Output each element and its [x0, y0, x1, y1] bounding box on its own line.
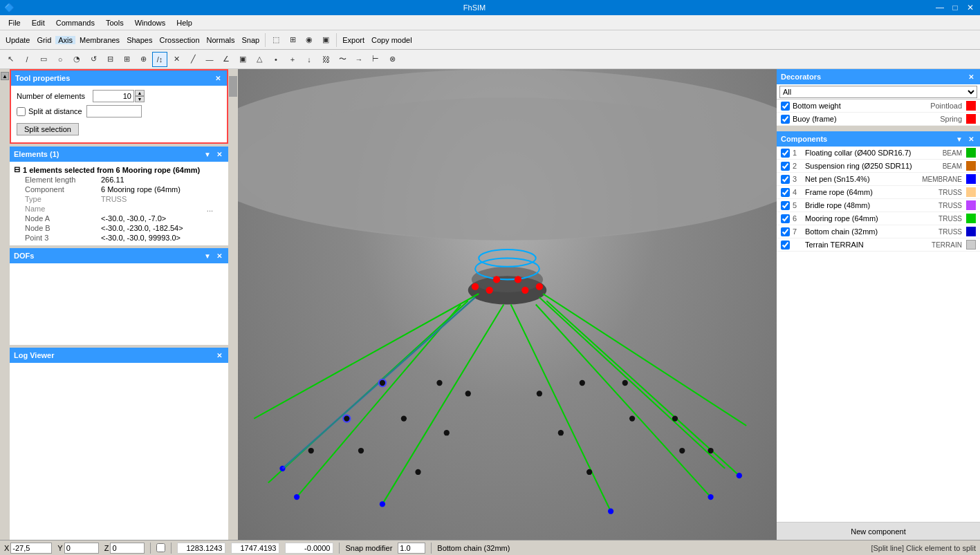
comp-check-0[interactable] — [781, 149, 790, 158]
comp-name-6: Bottom chain (32mm) — [805, 227, 939, 236]
spin-down[interactable]: ▼ — [135, 96, 145, 102]
snap-modifier-input[interactable] — [398, 543, 425, 554]
menu-help[interactable]: Help — [171, 17, 198, 28]
dofs-panel: DOFs ▼ ✕ — [10, 248, 228, 345]
menu-commands[interactable]: Commands — [50, 17, 100, 28]
tool-chain[interactable]: ⛓ — [318, 52, 333, 67]
spin-up[interactable]: ▲ — [135, 90, 145, 96]
tool-move[interactable]: ⊞ — [119, 52, 134, 67]
comp-check-2[interactable] — [781, 175, 790, 184]
num-elements-input[interactable] — [93, 90, 134, 102]
tab-grid[interactable]: Grid — [34, 36, 54, 44]
scroll-up-arrow[interactable]: ▲ — [1, 72, 9, 80]
log-content[interactable] — [10, 363, 228, 418]
scrollbar-thumb[interactable] — [229, 76, 237, 97]
table-row: Component 6 Mooring rope (64mm) — [14, 185, 224, 194]
decorators-filter-dropdown[interactable]: All — [779, 86, 977, 98]
tool-circle[interactable]: ○ — [53, 52, 68, 67]
tab-axis[interactable]: Axis — [55, 36, 75, 44]
status-bar: X Y Z 1283.1243 1747.4193 -0.0000 Snap m… — [0, 540, 980, 555]
split-at-distance-checkbox[interactable] — [17, 107, 26, 116]
elements-close-btn[interactable]: ✕ — [214, 151, 224, 158]
status-checkbox[interactable] — [156, 543, 165, 552]
tab-crossection[interactable]: Crossection — [156, 36, 202, 44]
z-field: Z — [104, 543, 145, 554]
x-input[interactable] — [10, 543, 52, 554]
tab-update[interactable]: Update — [3, 36, 33, 44]
viewport[interactable] — [238, 69, 777, 540]
tool-special[interactable]: ⊗ — [385, 52, 400, 67]
tab-copy-model[interactable]: Copy model — [369, 36, 415, 44]
comp-check-6[interactable] — [781, 227, 790, 236]
tool-tri[interactable]: △ — [252, 52, 267, 67]
z-input[interactable] — [110, 543, 145, 554]
tool-x[interactable]: ✕ — [169, 52, 184, 67]
tool-rotate[interactable]: ↺ — [86, 52, 101, 67]
name-edit-btn[interactable]: ... — [207, 205, 213, 213]
toolbar-btn-1[interactable]: ⬚ — [268, 32, 284, 48]
tool-node[interactable]: • — [268, 52, 284, 67]
3d-view[interactable] — [238, 69, 777, 540]
tool-rect[interactable]: ▭ — [36, 52, 51, 67]
components-header: Components ▼ ✕ — [777, 131, 980, 147]
comp-check-3[interactable] — [781, 188, 790, 197]
tool-measure[interactable]: ⊢ — [368, 52, 383, 67]
tab-shapes[interactable]: Shapes — [124, 36, 155, 44]
svg-point-21 — [737, 473, 742, 478]
tab-snap[interactable]: Snap — [239, 36, 262, 44]
element-group-toggle[interactable]: ⊟ — [14, 165, 20, 174]
tool-box[interactable]: ▣ — [235, 52, 250, 67]
toolbar-btn-4[interactable]: ▣ — [318, 32, 333, 48]
tool-dash[interactable]: — — [202, 52, 217, 67]
decorator-checkbox-0[interactable] — [781, 102, 790, 111]
row-val-4: <-30.0, -30.0, -7.0> — [101, 214, 213, 223]
comp-num-0: 1 — [793, 149, 805, 157]
left-panel-scrollbar[interactable] — [228, 69, 238, 540]
dofs-collapse-btn[interactable]: ▼ — [203, 252, 212, 260]
tab-normals[interactable]: Normals — [204, 36, 238, 44]
new-component-button[interactable]: New component — [777, 522, 980, 540]
toolbar-btn-3[interactable]: ◉ — [302, 32, 317, 48]
tool-plus[interactable]: + — [285, 52, 300, 67]
panel-close-btn[interactable]: ✕ — [213, 75, 223, 82]
tool-connect[interactable]: ⊕ — [136, 52, 151, 67]
comp-check-terrain[interactable] — [781, 241, 790, 250]
comp-check-1[interactable] — [781, 162, 790, 171]
toolbar-btn-2[interactable]: ⊞ — [285, 32, 300, 48]
decorators-close-btn[interactable]: ✕ — [966, 73, 976, 81]
tab-export[interactable]: Export — [340, 36, 367, 44]
close-button[interactable]: ✕ — [965, 3, 976, 12]
split-distance-input[interactable] — [86, 105, 142, 117]
elements-collapse-btn[interactable]: ▼ — [203, 151, 212, 158]
tool-pen[interactable]: / — [19, 52, 35, 67]
tab-membranes[interactable]: Membranes — [77, 36, 122, 44]
comp-check-5[interactable] — [781, 214, 790, 223]
tool-arrow[interactable]: → — [351, 52, 367, 67]
maximize-button[interactable]: □ — [950, 3, 961, 12]
tool-select[interactable]: ↖ — [3, 52, 18, 67]
table-row: Node A <-30.0, -30.0, -7.0> — [14, 214, 224, 223]
log-close-btn[interactable]: ✕ — [214, 352, 224, 359]
tool-split[interactable]: /↕ — [152, 52, 167, 67]
decorator-checkbox-1[interactable] — [781, 115, 790, 124]
menu-tools[interactable]: Tools — [100, 17, 129, 28]
y-input[interactable] — [64, 543, 99, 554]
tool-angle[interactable]: ∠ — [219, 52, 234, 67]
tool-grid-snap[interactable]: ⊟ — [102, 52, 118, 67]
tool-wave[interactable]: 〜 — [335, 52, 350, 67]
minimize-button[interactable]: — — [934, 3, 945, 12]
split-selection-button[interactable]: Split selection — [17, 123, 79, 135]
menu-file[interactable]: File — [3, 17, 26, 28]
menu-windows[interactable]: Windows — [129, 17, 172, 28]
elements-header: Elements (1) ▼ ✕ — [10, 147, 228, 162]
components-close-btn[interactable]: ✕ — [966, 135, 976, 143]
tool-slash[interactable]: ╱ — [185, 52, 201, 67]
table-row: Point 3 <-30.0, -30.0, 99993.0> — [14, 233, 224, 243]
menu-edit[interactable]: Edit — [26, 17, 50, 28]
comp-check-4[interactable] — [781, 201, 790, 210]
tool-load[interactable]: ↓ — [302, 52, 317, 67]
dofs-close-btn[interactable]: ✕ — [214, 252, 224, 260]
z-label: Z — [104, 544, 109, 552]
components-collapse-btn[interactable]: ▼ — [954, 135, 964, 143]
tool-arc[interactable]: ◔ — [69, 52, 84, 67]
